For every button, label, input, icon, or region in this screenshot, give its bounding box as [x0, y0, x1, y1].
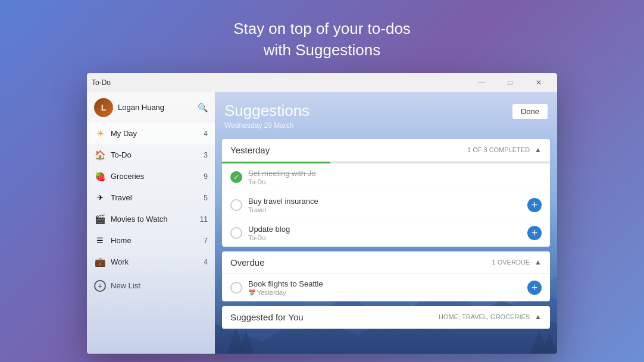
sidebar-count-to-do: 3 — [204, 151, 208, 159]
yesterday-progress-text: 1 OF 3 COMPLETED — [467, 146, 530, 153]
hero-title: Stay on top of your to-dos with Suggesti… — [233, 18, 411, 61]
new-list-button[interactable]: + New List — [87, 275, 215, 297]
sidebar-label-to-do: To-Do — [111, 150, 199, 159]
task-check-update-blog[interactable] — [230, 227, 242, 239]
window-controls: — □ ✕ — [468, 73, 552, 92]
suggested-meta: HOME, TRAVEL, GROCERIES ▲ — [439, 313, 542, 321]
sidebar-item-movies[interactable]: 🎬 Movies to Watch 11 — [87, 209, 215, 230]
sidebar-item-home[interactable]: ☰ Home 7 — [87, 230, 215, 251]
plus-icon: + — [94, 280, 106, 292]
app-body: L Logan Huang 🔍 ☀ My Day 4 🏠 To-Do 3 🍓 G… — [87, 92, 557, 354]
sidebar-item-my-day[interactable]: ☀ My Day 4 — [87, 123, 215, 144]
avatar: L — [94, 98, 113, 117]
task-info-update-blog: Update blog To-Do — [248, 225, 521, 241]
home-icon: ☰ — [94, 235, 106, 247]
cards-container[interactable]: Yesterday 1 OF 3 COMPLETED ▲ ✓ Set mee — [215, 134, 557, 354]
sidebar-count-work: 4 — [204, 258, 208, 266]
sidebar-count-travel: 5 — [204, 194, 208, 202]
sidebar-label-groceries: Groceries — [111, 172, 199, 181]
groceries-icon: 🍓 — [94, 171, 106, 182]
search-icon[interactable]: 🔍 — [198, 103, 208, 112]
task-sub-update-blog: To-Do — [248, 234, 521, 241]
task-sub-buy-insurance: Travel — [248, 206, 521, 213]
suggested-tags-text: HOME, TRAVEL, GROCERIES — [439, 313, 530, 320]
sidebar-item-to-do[interactable]: 🏠 To-Do 3 — [87, 144, 215, 166]
task-check-completed[interactable]: ✓ — [230, 171, 242, 183]
task-info-book-flights: Book flights to Seattle 📅 Yesterday — [248, 279, 521, 296]
sidebar-count-movies: 11 — [200, 215, 208, 224]
sidebar-label-travel: Travel — [111, 193, 199, 202]
sidebar-label-work: Work — [111, 257, 199, 266]
task-info-set-meeting: Set meeting with Jo To-Do — [248, 169, 542, 185]
add-update-blog-button[interactable]: + — [527, 226, 542, 240]
overdue-meta: 1 OVERDUE ▲ — [492, 258, 542, 266]
done-button[interactable]: Done — [512, 104, 548, 119]
travel-icon: ✈ — [94, 192, 106, 204]
overdue-title: Overdue — [230, 257, 265, 267]
main-content: Suggestions Wednesday 29 March Done Yest… — [215, 92, 557, 354]
suggestions-title: Suggestions — [224, 102, 548, 120]
movies-icon: 🎬 — [94, 213, 106, 225]
user-header: L Logan Huang 🔍 — [87, 92, 215, 123]
calendar-icon: 📅 — [248, 289, 255, 296]
task-name-buy-insurance: Buy travel insurance — [248, 197, 521, 206]
task-sub-book-flights: 📅 Yesterday — [248, 289, 521, 296]
overdue-card-header[interactable]: Overdue 1 OVERDUE ▲ — [222, 251, 550, 274]
yesterday-title: Yesterday — [230, 145, 270, 155]
sidebar-item-work[interactable]: 💼 Work 4 — [87, 251, 215, 273]
to-do-icon: 🏠 — [94, 149, 106, 161]
task-name-set-meeting: Set meeting with Jo — [248, 169, 542, 178]
hero-section: Stay on top of your to-dos with Suggesti… — [233, 0, 411, 73]
task-item-book-flights: Book flights to Seattle 📅 Yesterday + — [222, 274, 550, 301]
yesterday-chevron-icon: ▲ — [534, 146, 542, 154]
task-check-buy-insurance[interactable] — [230, 199, 242, 211]
suggested-card-header[interactable]: Suggested for You HOME, TRAVEL, GROCERIE… — [222, 306, 550, 329]
sidebar-item-groceries[interactable]: 🍓 Groceries 9 — [87, 166, 215, 187]
title-bar: To-Do — □ ✕ — [87, 73, 557, 92]
task-item-update-blog: Update blog To-Do + — [222, 219, 550, 247]
overdue-chevron-icon: ▲ — [534, 258, 542, 266]
suggested-chevron-icon: ▲ — [534, 313, 542, 321]
app-window: To-Do — □ ✕ L Logan Huang 🔍 ☀ My Day 4 🏠 — [87, 73, 557, 354]
sidebar-count-home: 7 — [204, 237, 208, 245]
task-check-book-flights[interactable] — [230, 282, 242, 294]
window-title: To-Do — [92, 78, 468, 87]
suggestions-date: Wednesday 29 March — [224, 121, 548, 130]
sidebar-item-travel[interactable]: ✈ Travel 5 — [87, 187, 215, 209]
overdue-count-text: 1 OVERDUE — [492, 259, 530, 266]
add-book-flights-button[interactable]: + — [527, 281, 542, 295]
yesterday-card: Yesterday 1 OF 3 COMPLETED ▲ ✓ Set mee — [222, 139, 550, 247]
yesterday-card-header[interactable]: Yesterday 1 OF 3 COMPLETED ▲ — [222, 139, 550, 162]
task-item-buy-insurance: Buy travel insurance Travel + — [222, 191, 550, 219]
sidebar-count-my-day: 4 — [204, 130, 208, 138]
task-item-set-meeting: ✓ Set meeting with Jo To-Do — [222, 163, 550, 191]
sidebar-count-groceries: 9 — [204, 172, 208, 181]
add-buy-insurance-button[interactable]: + — [527, 198, 542, 212]
suggested-card: Suggested for You HOME, TRAVEL, GROCERIE… — [222, 306, 550, 329]
suggestions-header: Suggestions Wednesday 29 March Done — [215, 92, 557, 134]
yesterday-meta: 1 OF 3 COMPLETED ▲ — [467, 146, 542, 154]
task-info-buy-insurance: Buy travel insurance Travel — [248, 197, 521, 213]
minimize-button[interactable]: — — [468, 73, 495, 92]
sidebar-label-my-day: My Day — [111, 129, 199, 138]
user-name: Logan Huang — [118, 103, 193, 112]
sidebar-label-movies: Movies to Watch — [111, 215, 195, 224]
new-list-label: New List — [111, 281, 140, 290]
task-name-book-flights: Book flights to Seattle — [248, 279, 521, 288]
sidebar-label-home: Home — [111, 236, 199, 245]
overdue-card: Overdue 1 OVERDUE ▲ Book flights to Seat… — [222, 251, 550, 301]
task-sub-set-meeting: To-Do — [248, 178, 542, 185]
suggested-title: Suggested for You — [230, 312, 304, 322]
close-button[interactable]: ✕ — [525, 73, 552, 92]
sidebar: L Logan Huang 🔍 ☀ My Day 4 🏠 To-Do 3 🍓 G… — [87, 92, 215, 354]
work-icon: 💼 — [94, 256, 106, 268]
task-name-update-blog: Update blog — [248, 225, 521, 234]
my-day-icon: ☀ — [94, 128, 106, 140]
maximize-button[interactable]: □ — [496, 73, 524, 92]
